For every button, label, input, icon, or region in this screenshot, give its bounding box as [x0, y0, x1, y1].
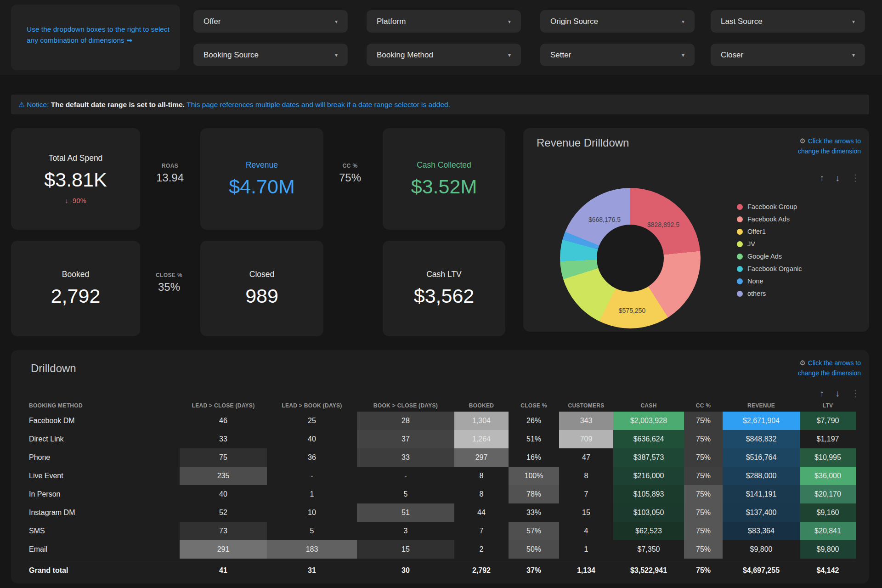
table-row-phone[interactable]: Phone75363329716%47$387,57375%$516,764$1… [29, 448, 856, 467]
dropdown-label: Origin Source [550, 17, 598, 26]
table-cell: 36 [267, 448, 357, 467]
dropdown-setter[interactable]: Setter▾ [540, 44, 695, 66]
table-cell: 51% [509, 430, 559, 448]
legend-dot [737, 216, 743, 222]
kpi-card-revenue: Revenue $4.70M [200, 128, 323, 230]
metric-cc-pct: CC % 75% [320, 163, 380, 184]
hint-line2: change the dimension [798, 147, 861, 155]
gear-icon[interactable]: ⚙ [799, 137, 805, 145]
table-row-facebook-dm[interactable]: Facebook DM4625281,30426%343$2,003,92875… [29, 412, 856, 430]
gear-icon[interactable]: ⚙ [799, 359, 805, 367]
dropdown-platform[interactable]: Platform▾ [367, 10, 521, 33]
table-cell: 100% [509, 467, 559, 485]
legend-item-none[interactable]: None [737, 277, 802, 285]
arrow-down-icon[interactable]: ↓ [835, 173, 840, 183]
legend-item-facebook-group[interactable]: Facebook Group [737, 203, 802, 210]
table-row-in-person[interactable]: In Person4015878%7$105,89375%$141,191$20… [29, 485, 856, 503]
column-header-customers[interactable]: CUSTOMERS [559, 400, 613, 412]
kpi-card-closed: Closed 989 [200, 241, 323, 336]
metric-label: CC % [320, 163, 380, 169]
grand-total-cell: $4,697,255 [723, 561, 800, 580]
table-cell: 78% [509, 485, 559, 503]
table-cell: $7,350 [613, 540, 684, 559]
legend-dot [737, 291, 743, 297]
warning-icon: ⚠ [18, 101, 25, 109]
column-header-ltv[interactable]: LTV [800, 400, 856, 412]
arrow-up-icon[interactable]: ↑ [820, 388, 824, 399]
table-cell: $20,841 [800, 522, 856, 540]
dropdown-label: Offer [204, 17, 220, 26]
dropdown-closer[interactable]: Closer▾ [711, 44, 865, 66]
dropdown-booking-method[interactable]: Booking Method▾ [367, 44, 521, 66]
column-header-close-[interactable]: CLOSE % [509, 400, 559, 412]
column-header-book-close-days-[interactable]: BOOK > CLOSE (DAYS) [357, 400, 454, 412]
dimension-note-label: Use the dropdown boxes to the right to s… [27, 25, 170, 44]
table-cell: 75% [684, 448, 723, 467]
table-cell: $105,893 [613, 485, 684, 503]
table-cell: 33% [509, 503, 559, 522]
caret-down-icon: ▾ [508, 52, 511, 58]
column-header-lead-close-days-[interactable]: LEAD > CLOSE (DAYS) [180, 400, 267, 412]
metric-label: CLOSE % [139, 272, 199, 278]
chart-legend: Facebook GroupFacebook AdsOffer1JVGoogle… [737, 203, 802, 297]
table-row-direct-link[interactable]: Direct Link3340371,26451%709$636,62475%$… [29, 430, 856, 448]
table-cell: $9,800 [800, 540, 856, 559]
legend-item-jv[interactable]: JV [737, 240, 802, 248]
notice-bold-text: The default date range is set to all-tim… [51, 101, 187, 109]
column-header-booking-method[interactable]: BOOKING METHOD [29, 400, 180, 412]
table-cell: $9,160 [800, 503, 856, 522]
kpi-card-cash-collected: Cash Collected $3.52M [383, 128, 505, 230]
table-cell: 47 [559, 448, 613, 467]
column-header-booked[interactable]: BOOKED [454, 400, 509, 412]
metric-close-pct: CLOSE % 35% [139, 272, 199, 294]
kpi-card-total-ad-spend: Total Ad Spend $3.81K ↓ -90% [11, 128, 140, 230]
column-header-lead-book-days-[interactable]: LEAD > BOOK (DAYS) [267, 400, 357, 412]
table-row-instagram-dm[interactable]: Instagram DM5210514433%15$103,05075%$137… [29, 503, 856, 522]
column-header-cash[interactable]: CASH [613, 400, 684, 412]
legend-label: Facebook Ads [747, 215, 790, 223]
dropdown-offer[interactable]: Offer▾ [193, 10, 348, 33]
table-cell: 33 [357, 448, 454, 467]
table-cell: $216,000 [613, 467, 684, 485]
table-cell: $137,400 [723, 503, 800, 522]
table-cell: 37 [357, 430, 454, 448]
legend-item-google-ads[interactable]: Google Ads [737, 253, 802, 260]
table-cell: $7,790 [800, 412, 856, 430]
table-row-email[interactable]: Email29118315250%1$7,35075%$9,800$9,800 [29, 540, 856, 559]
more-vert-icon[interactable]: ⋮ [851, 388, 860, 399]
table-cell: $103,050 [613, 503, 684, 522]
column-header-revenue[interactable]: REVENUE [723, 400, 800, 412]
table-cell: 52 [180, 503, 267, 522]
legend-item-facebook-organic[interactable]: Facebook Organic [737, 265, 802, 272]
table-cell: 5 [267, 522, 357, 540]
table-row-live-event[interactable]: Live Event235--8100%8$216,00075%$288,000… [29, 467, 856, 485]
table-cell: 8 [454, 485, 509, 503]
dropdown-origin-source[interactable]: Origin Source▾ [540, 10, 695, 33]
more-vert-icon[interactable]: ⋮ [851, 172, 860, 183]
arrow-up-icon[interactable]: ↑ [820, 173, 824, 183]
dropdown-last-source[interactable]: Last Source▾ [711, 10, 865, 33]
caret-down-icon: ▾ [682, 52, 684, 58]
column-header-cc-[interactable]: CC % [684, 400, 723, 412]
kpi-value: $3.81K [44, 169, 107, 191]
arrow-down-icon[interactable]: ↓ [835, 388, 840, 399]
table-cell: 297 [454, 448, 509, 467]
table-cell: 8 [454, 467, 509, 485]
caret-down-icon: ▾ [852, 52, 855, 58]
legend-item-offer1[interactable]: Offer1 [737, 228, 802, 235]
table-controls: ↑ ↓ ⋮ [820, 388, 860, 399]
table-cell: $141,191 [723, 485, 800, 503]
table-header-row: BOOKING METHODLEAD > CLOSE (DAYS)LEAD > … [29, 400, 856, 412]
table-row-sms[interactable]: SMS7353757%4$62,52375%$83,364$20,841 [29, 522, 856, 540]
row-label: Direct Link [29, 430, 180, 448]
table-cell: 1,304 [454, 412, 509, 430]
table-cell: 50% [509, 540, 559, 559]
legend-item-others[interactable]: others [737, 290, 802, 297]
table-cell: 75% [684, 412, 723, 430]
table-cell: 33 [180, 430, 267, 448]
table-cell: 57% [509, 522, 559, 540]
legend-label: Offer1 [747, 228, 766, 235]
dropdown-booking-source[interactable]: Booking Source▾ [193, 44, 348, 66]
donut-label-facebook-group: $828,892.5 [629, 221, 698, 228]
legend-item-facebook-ads[interactable]: Facebook Ads [737, 215, 802, 223]
